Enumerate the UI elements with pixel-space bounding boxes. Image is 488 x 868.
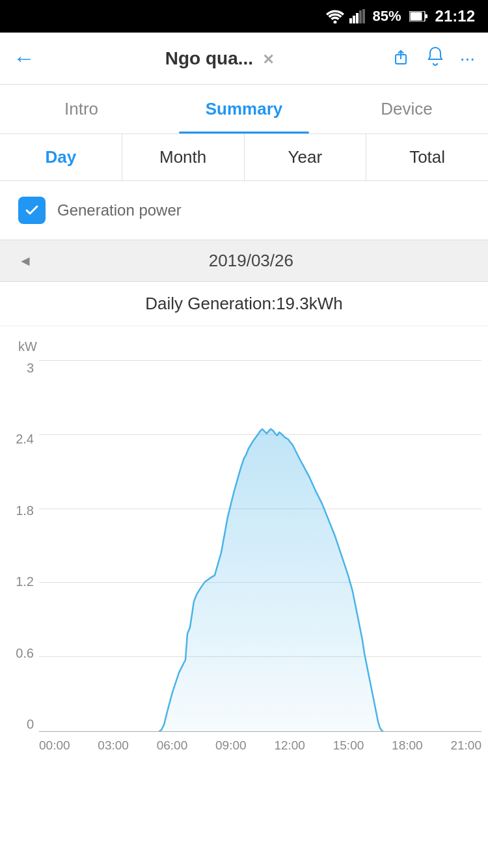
svg-rect-8 [425, 14, 427, 18]
generation-power-row: Generation power [0, 181, 488, 240]
period-tab-month[interactable]: Month [122, 134, 245, 180]
svg-rect-2 [353, 16, 355, 23]
daily-generation: Daily Generation:19.3kWh [0, 282, 488, 326]
y-label-06: 0.6 [5, 646, 34, 661]
signal-icon [349, 9, 365, 23]
close-icon[interactable]: ✕ [262, 51, 274, 68]
nav-action-icons: ··· [391, 46, 475, 70]
wifi-icon [326, 9, 344, 23]
x-label-1800: 18:00 [392, 738, 423, 753]
page-title: Ngo qua... ✕ [48, 48, 391, 69]
more-icon[interactable]: ··· [460, 48, 475, 69]
tab-device[interactable]: Device [325, 85, 488, 133]
period-tabs: Day Month Year Total [0, 134, 488, 181]
battery-text: 85% [373, 8, 401, 25]
chart-area: kW 0 0.6 1.2 1.8 2.4 3 [0, 326, 488, 764]
period-tab-day[interactable]: Day [0, 134, 122, 180]
x-label-0600: 06:00 [157, 738, 188, 753]
svg-point-0 [333, 21, 336, 24]
daily-gen-text: Daily Generation:19.3kWh [145, 294, 342, 313]
period-tab-total[interactable]: Total [366, 134, 488, 180]
svg-rect-7 [410, 12, 422, 21]
status-icons [326, 9, 365, 23]
tab-summary[interactable]: Summary [163, 85, 325, 133]
nav-bar: ← Ngo qua... ✕ ··· [0, 33, 488, 85]
svg-rect-4 [359, 10, 362, 23]
chart-svg [39, 361, 481, 731]
y-label-24: 2.4 [5, 432, 34, 447]
back-button[interactable]: ← [13, 46, 35, 71]
chart-y-unit: kW [0, 339, 488, 354]
battery-icon [409, 11, 427, 21]
y-label-3: 3 [5, 361, 34, 376]
notification-icon[interactable] [426, 46, 444, 70]
tab-intro[interactable]: Intro [0, 85, 163, 133]
x-label-1200: 12:00 [274, 738, 305, 753]
y-label-18: 1.8 [5, 503, 34, 518]
chart-container: 0 0.6 1.2 1.8 2.4 3 [0, 361, 488, 764]
clock: 21:12 [435, 7, 475, 25]
share-icon[interactable] [391, 46, 411, 70]
svg-rect-3 [356, 13, 359, 23]
date-prev-arrow[interactable]: ◄ [18, 253, 33, 270]
date-nav: ◄ 2019/03/26 [0, 240, 488, 282]
chart-plot [39, 361, 481, 732]
period-tab-year[interactable]: Year [245, 134, 367, 180]
generation-power-label: Generation power [57, 200, 182, 220]
title-text: Ngo qua... [165, 48, 253, 68]
y-axis: 0 0.6 1.2 1.8 2.4 3 [0, 361, 39, 732]
x-label-0900: 09:00 [215, 738, 247, 753]
x-axis: 00:00 03:00 06:00 09:00 12:00 15:00 18:0… [39, 733, 481, 764]
status-bar: 85% 21:12 [0, 0, 488, 33]
y-label-12: 1.2 [5, 574, 34, 589]
date-display: 2019/03/26 [33, 251, 470, 271]
svg-rect-5 [362, 9, 365, 23]
x-label-0300: 03:00 [98, 738, 129, 753]
x-label-1500: 15:00 [333, 738, 364, 753]
y-label-0: 0 [5, 717, 34, 732]
main-tabs: Intro Summary Device [0, 85, 488, 134]
x-label-0000: 00:00 [39, 738, 70, 753]
x-label-2100: 21:00 [450, 738, 481, 753]
generation-power-checkbox[interactable] [18, 197, 46, 224]
svg-rect-1 [349, 18, 352, 23]
